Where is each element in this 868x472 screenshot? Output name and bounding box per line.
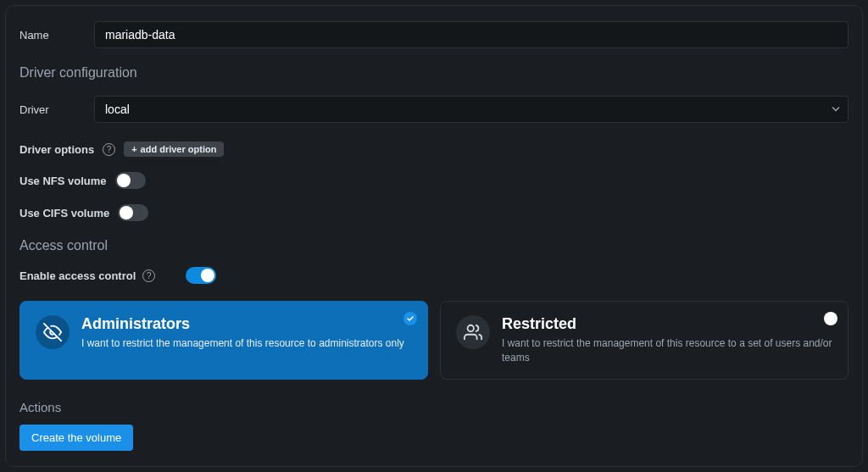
name-input[interactable] [94,21,849,48]
card-desc: I want to restrict the management of thi… [502,336,832,365]
driver-select-wrap: local [94,96,849,123]
enable-access-row: Enable access control ? [19,267,849,284]
nfs-toggle[interactable] [115,172,146,189]
card-desc: I want to restrict the management of thi… [81,336,404,351]
card-title: Restricted [502,315,832,333]
nfs-row: Use NFS volume [19,172,849,189]
svg-point-1 [468,325,474,331]
plus-icon: + [131,144,136,154]
name-row: Name [19,21,849,48]
name-label: Name [19,29,94,42]
access-control-title: Access control [19,238,849,253]
help-icon[interactable]: ? [103,143,115,156]
card-body: Restricted I want to restrict the manage… [502,315,832,365]
add-driver-option-label: add driver option [141,144,217,154]
access-card-administrators[interactable]: Administrators I want to restrict the ma… [19,301,428,380]
eye-off-icon [36,315,70,349]
card-title: Administrators [81,315,404,333]
card-body: Administrators I want to restrict the ma… [81,315,404,365]
users-icon [456,315,490,349]
access-cards: Administrators I want to restrict the ma… [19,301,849,380]
cifs-row: Use CIFS volume [19,204,849,221]
help-icon[interactable]: ? [142,269,155,282]
create-volume-button[interactable]: Create the volume [19,425,133,451]
driver-label: Driver [19,103,94,116]
actions-title: Actions [19,400,849,414]
driver-options-label: Driver options [19,143,94,156]
access-card-restricted[interactable]: Restricted I want to restrict the manage… [440,301,849,380]
driver-config-title: Driver configuration [19,65,849,81]
check-icon [403,312,417,325]
volume-form-panel: Name Driver configuration Driver local D… [5,5,863,467]
enable-access-label: Enable access control [19,269,136,282]
nfs-label: Use NFS volume [19,175,107,187]
add-driver-option-button[interactable]: + add driver option [124,142,224,157]
driver-select[interactable]: local [94,96,849,123]
cifs-toggle[interactable] [118,204,148,221]
driver-options-row: Driver options ? + add driver option [19,142,849,157]
radio-unselected-icon [824,312,837,325]
enable-access-toggle[interactable] [186,267,216,284]
driver-row: Driver local [19,96,849,123]
cifs-label: Use CIFS volume [19,207,109,219]
